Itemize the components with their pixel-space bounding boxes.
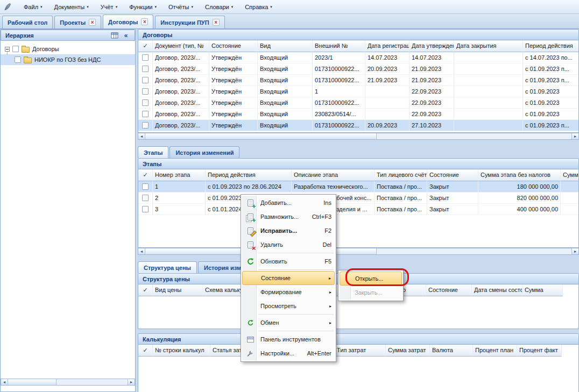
menu-functions[interactable]: Функции▾: [129, 4, 157, 10]
menu-item-duplicate[interactable]: Размножить... Ctrl+F3: [242, 210, 335, 224]
table-row[interactable]: Договор, 2023/...УтверждёнВходящий122.09…: [138, 86, 578, 97]
close-tab-icon[interactable]: ×: [213, 19, 220, 26]
menu-item-settings[interactable]: Настройки... Alt+Enter: [242, 346, 335, 360]
column-header[interactable]: Сумма: [561, 169, 579, 181]
node-checkbox[interactable]: [12, 46, 19, 52]
scroll-right-icon[interactable]: ▸: [571, 248, 578, 254]
contracts-table[interactable]: ✓Документ (тип, №СостояниеВидВнешний №Да…: [138, 40, 579, 133]
menu-reports[interactable]: Отчёты▾: [168, 4, 193, 10]
menu-item-view[interactable]: Просмотреть ▸: [242, 299, 335, 313]
column-header[interactable]: о: [400, 284, 426, 296]
table-row[interactable]: Договор, 2023/...УтверждёнВходящий017310…: [138, 120, 578, 131]
column-header[interactable]: Процент факт: [517, 345, 562, 357]
menu-dictionaries[interactable]: Словари▾: [205, 4, 233, 10]
column-header[interactable]: Сумма этапа без налогов: [478, 169, 561, 181]
scroll-left-icon[interactable]: ◂: [138, 133, 145, 139]
men u-item-exchange[interactable]: Обмен ▸: [242, 316, 335, 330]
table-row[interactable]: 2с 01.09.2023 по ...Выполнение рабочей к…: [138, 193, 578, 204]
tab-contracts[interactable]: Договоры×: [103, 15, 153, 28]
horizontal-scrollbar[interactable]: ◂ ▸: [138, 133, 579, 140]
table-row[interactable]: Договор, 2023/...УтверждёнВходящий017310…: [138, 97, 578, 109]
select-all-header[interactable]: ✓: [138, 345, 153, 357]
row-checkbox[interactable]: [142, 122, 149, 129]
scrollbar-thumb[interactable]: [145, 133, 377, 139]
row-checkbox[interactable]: [142, 77, 149, 83]
column-header[interactable]: Внешний №: [313, 40, 365, 52]
column-header[interactable]: Период действия: [206, 169, 292, 181]
table-row[interactable]: Договор, 2023/...УтверждёнВходящий017310…: [138, 63, 578, 75]
scroll-left-icon[interactable]: ◂: [138, 248, 145, 254]
menu-accounting[interactable]: Учёт▾: [101, 4, 117, 10]
row-checkbox[interactable]: [142, 54, 149, 61]
column-header[interactable]: Состояние: [427, 169, 478, 181]
column-header[interactable]: Тип затрат: [335, 345, 386, 357]
tab-change-history[interactable]: История изменений: [170, 146, 239, 158]
tree-node-niokr[interactable]: НИОКР по ГОЗ без НДС: [1, 54, 135, 65]
table-row[interactable]: 1с 01.09.2023 по 28.06.2024Разработка те…: [138, 181, 578, 193]
column-header[interactable]: Сумма затрат: [386, 345, 430, 357]
stages-table[interactable]: ✓Номер этапаПериод действияОписание этап…: [138, 169, 579, 248]
menu-item-delete[interactable]: Удалить Del: [242, 238, 335, 252]
column-header[interactable]: Дата регистрации: [365, 40, 409, 52]
menu-help[interactable]: Справка▾: [245, 4, 272, 10]
menu-item-state[interactable]: Состояние ▸: [242, 271, 335, 285]
column-header[interactable]: Дата закрытия: [454, 40, 523, 52]
column-header[interactable]: Состояние: [209, 40, 258, 52]
tree-node-label[interactable]: Договоры: [32, 46, 59, 52]
column-header[interactable]: № строки калькул: [153, 345, 210, 357]
scroll-right-icon[interactable]: ▸: [571, 133, 578, 139]
tab-stages[interactable]: Этапы: [138, 146, 168, 158]
menu-item-add[interactable]: Добавить... Ins: [242, 196, 335, 210]
horizontal-scrollbar[interactable]: ◂ ▸: [1, 379, 135, 386]
row-checkbox[interactable]: [142, 206, 149, 212]
column-header[interactable]: Период действия: [523, 40, 579, 52]
row-checkbox[interactable]: [142, 66, 149, 72]
scroll-left-icon[interactable]: ◂: [1, 379, 8, 385]
select-all-header[interactable]: ✓: [138, 169, 153, 181]
calculation-table[interactable]: ✓№ строки калькулСтатья затратТип затрат…: [138, 345, 579, 392]
column-header[interactable]: Вид цены: [153, 284, 203, 296]
grid-search-icon[interactable]: [110, 31, 119, 40]
close-tab-icon[interactable]: ×: [141, 18, 148, 25]
column-header[interactable]: Дата утверждения: [409, 40, 454, 52]
tab-projects[interactable]: Проекты×: [54, 16, 101, 28]
row-checkbox[interactable]: [142, 183, 149, 190]
row-checkbox[interactable]: [142, 99, 149, 106]
column-header[interactable]: Документ (тип, №: [153, 40, 209, 52]
node-checkbox[interactable]: [15, 56, 21, 63]
column-header[interactable]: Вид: [258, 40, 313, 52]
menu-documents[interactable]: Документы▾: [54, 4, 89, 10]
tab-desktop[interactable]: Рабочий стол: [2, 16, 53, 28]
column-header[interactable]: Дата смены состоя: [472, 284, 522, 296]
scrollbar-thumb[interactable]: [8, 379, 57, 385]
row-checkbox[interactable]: [142, 88, 149, 95]
column-header[interactable]: Тип лицевого счёт: [375, 169, 427, 181]
collapse-node-icon[interactable]: [5, 47, 10, 52]
column-header[interactable]: Процент план: [473, 345, 517, 357]
column-header[interactable]: Сумма: [522, 284, 563, 296]
close-tab-icon[interactable]: ×: [89, 19, 96, 26]
menu-item-formation[interactable]: Формирование ▸: [242, 285, 335, 299]
column-header[interactable]: Описание этапа: [292, 169, 375, 181]
column-header[interactable]: Номер этапа: [153, 169, 206, 181]
select-all-header[interactable]: ✓: [138, 40, 153, 52]
table-row[interactable]: Договор, 2023/...УтверждёнВходящий2023/1…: [138, 52, 578, 63]
submenu-item-open[interactable]: Открыть...: [340, 272, 402, 286]
column-header[interactable]: Состояние: [426, 284, 472, 296]
horizontal-scrollbar[interactable]: ◂ ▸: [138, 248, 579, 255]
menu-file[interactable]: Файл▾: [24, 4, 43, 10]
menu-item-refresh[interactable]: Обновить F5: [242, 254, 335, 268]
table-row[interactable]: Договор, 2023/...УтверждёнВходящий230823…: [138, 109, 578, 120]
select-all-header[interactable]: ✓: [138, 284, 153, 296]
table-row[interactable]: 3с 01.01.2024 по ...Изготовление изделия…: [138, 204, 578, 215]
row-checkbox[interactable]: [142, 195, 149, 201]
menu-item-toolbar[interactable]: Панель инструментов: [242, 332, 335, 346]
tab-pup-instructions[interactable]: Инструкции ПУП×: [155, 16, 224, 28]
tree-node-contracts[interactable]: Договоры: [1, 44, 135, 54]
tab-price-structure[interactable]: Структура цены: [138, 261, 197, 273]
column-header[interactable]: Валюта: [430, 345, 473, 357]
row-checkbox[interactable]: [142, 111, 149, 117]
menu-item-edit[interactable]: Исправить... F2: [242, 224, 335, 238]
collapse-panel-icon[interactable]: «: [122, 31, 130, 40]
scroll-right-icon[interactable]: ▸: [128, 379, 135, 385]
